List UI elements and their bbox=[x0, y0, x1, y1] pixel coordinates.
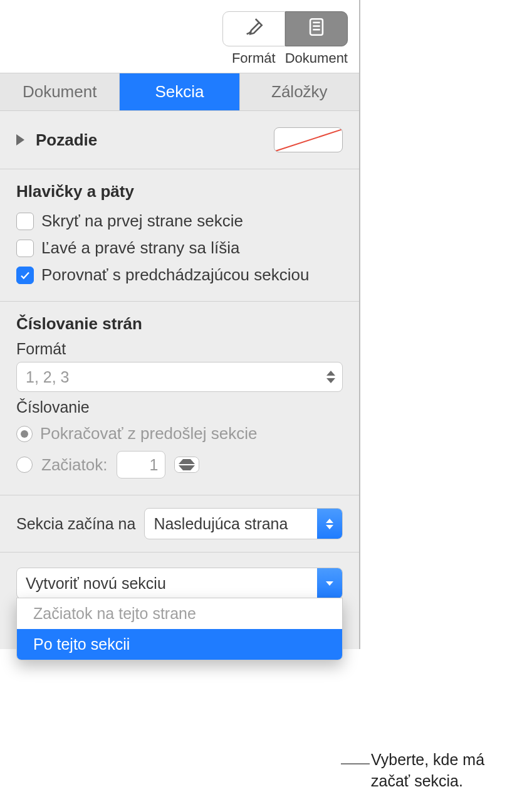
page-numbering-title: Číslovanie strán bbox=[16, 314, 343, 334]
start-at-radio[interactable] bbox=[16, 457, 33, 473]
document-icon bbox=[306, 16, 327, 41]
tab-document[interactable]: Dokument bbox=[0, 73, 120, 110]
start-at-stepper[interactable] bbox=[174, 457, 199, 473]
create-new-section-label: Vytvoriť novú sekciu bbox=[26, 574, 166, 593]
document-toolbar-button[interactable]: Dokument bbox=[285, 11, 348, 66]
continue-from-previous-radio[interactable] bbox=[16, 426, 33, 442]
section-starts-label: Sekcia začína na bbox=[16, 515, 135, 533]
start-at-label: Začiatok: bbox=[41, 455, 108, 475]
start-at-number-input[interactable]: 1 bbox=[117, 451, 165, 479]
tab-section[interactable]: Sekcia bbox=[120, 73, 239, 110]
match-previous-checkbox[interactable] bbox=[16, 267, 34, 284]
inspector-panel: Formát Dokument Dokument Sekcia Záložky bbox=[0, 0, 360, 649]
callout-leader-line bbox=[341, 763, 370, 764]
section-starts-select[interactable]: Nasledujúca strana bbox=[144, 508, 343, 539]
page-number-format-select[interactable]: 1, 2, 3 bbox=[16, 362, 343, 392]
menu-item-after-this-section[interactable]: Po tejto sekcii bbox=[17, 629, 342, 660]
create-new-section-menu: Začiatok na tejto strane Po tejto sekcii bbox=[16, 598, 343, 660]
background-title: Pozadie bbox=[36, 130, 97, 150]
toolbar-top: Formát Dokument bbox=[0, 0, 359, 73]
popup-arrows-icon bbox=[317, 509, 342, 539]
create-new-section-button[interactable]: Vytvoriť novú sekciu bbox=[16, 568, 343, 599]
hide-on-first-label: Skryť na prvej strane sekcie bbox=[41, 211, 243, 231]
section-starts-value: Nasledujúca strana bbox=[154, 515, 288, 533]
hide-on-first-checkbox[interactable] bbox=[16, 213, 34, 230]
section-starts-group: Sekcia začína na Nasledujúca strana bbox=[0, 495, 359, 553]
match-previous-label: Porovnať s predchádzajúcou sekciou bbox=[41, 265, 309, 285]
headers-footers-group: Hlavičky a päty Skryť na prvej strane se… bbox=[0, 169, 359, 302]
inspector-tabs: Dokument Sekcia Záložky bbox=[0, 73, 359, 111]
background-color-well[interactable] bbox=[274, 127, 343, 152]
background-group: Pozadie bbox=[0, 111, 359, 169]
popup-arrow-icon bbox=[317, 568, 342, 598]
left-right-differ-checkbox[interactable] bbox=[16, 240, 34, 257]
format-toolbar-button[interactable]: Formát bbox=[222, 11, 285, 66]
create-new-section-group: Vytvoriť novú sekciu Začiatok na tejto s… bbox=[0, 553, 359, 611]
continue-from-previous-label: Pokračovať z predošlej sekcie bbox=[40, 424, 257, 443]
page-numbering-group: Číslovanie strán Formát 1, 2, 3 Číslovan… bbox=[0, 302, 359, 495]
section-inspector-content: Pozadie Hlavičky a päty Skryť na prvej s… bbox=[0, 111, 359, 649]
callout-text: Vyberte, kde má začať sekcia. bbox=[371, 749, 484, 792]
document-toolbar-label: Dokument bbox=[285, 50, 348, 66]
left-right-differ-label: Ľavé a pravé strany sa líšia bbox=[41, 238, 240, 258]
numbering-field-label: Číslovanie bbox=[16, 398, 343, 416]
format-field-label: Formát bbox=[16, 340, 343, 358]
format-toolbar-label: Formát bbox=[232, 50, 276, 66]
svg-rect-0 bbox=[310, 19, 323, 35]
select-stepper-icon bbox=[323, 365, 338, 389]
paintbrush-icon bbox=[243, 16, 264, 41]
headers-footers-title: Hlavičky a päty bbox=[16, 182, 343, 201]
tab-bookmarks[interactable]: Záložky bbox=[240, 73, 359, 110]
page-number-format-value: 1, 2, 3 bbox=[26, 368, 70, 386]
menu-item-start-this-page: Začiatok na tejto strane bbox=[17, 598, 342, 629]
disclosure-triangle-icon[interactable] bbox=[16, 134, 24, 145]
